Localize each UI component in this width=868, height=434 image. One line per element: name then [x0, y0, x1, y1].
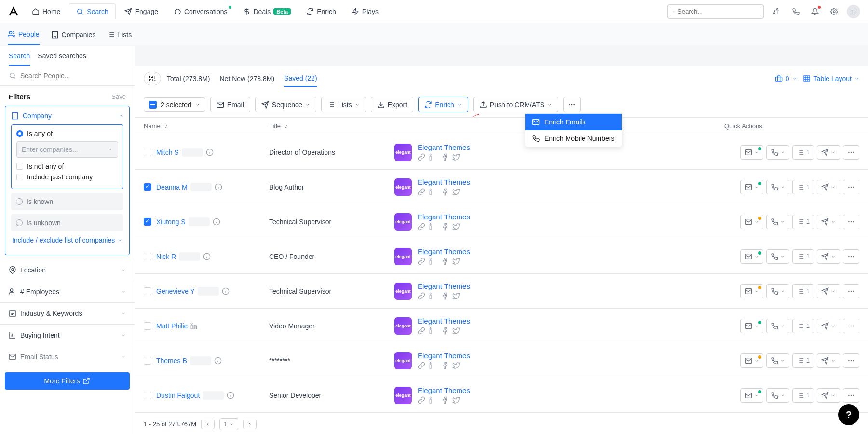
- subnav-companies[interactable]: Companies: [51, 25, 96, 44]
- nav-engage[interactable]: Engage: [118, 4, 165, 19]
- row-checkbox[interactable]: [144, 357, 151, 365]
- qa-email-button[interactable]: [740, 145, 763, 160]
- info-icon[interactable]: [215, 183, 222, 191]
- row-checkbox[interactable]: [144, 253, 151, 260]
- qa-send-button[interactable]: [817, 353, 840, 368]
- qa-send-button[interactable]: [817, 249, 840, 264]
- sidebar-tab-search[interactable]: Search: [9, 52, 30, 66]
- qa-email-button[interactable]: [740, 319, 763, 333]
- qa-send-button[interactable]: [817, 284, 840, 298]
- include-exclude-link[interactable]: Include / exclude list of companies: [11, 231, 123, 249]
- help-button[interactable]: ?: [838, 404, 859, 425]
- filter-location[interactable]: Location: [0, 259, 135, 281]
- link-icon[interactable]: [418, 396, 425, 404]
- seg-net-new[interactable]: Net New (273.8M): [219, 71, 274, 86]
- company-link[interactable]: Elegant Themes: [418, 352, 470, 360]
- qa-send-button[interactable]: [817, 319, 840, 333]
- info-icon[interactable]: [206, 149, 214, 156]
- sequence-button[interactable]: Sequence: [255, 97, 316, 112]
- avatar[interactable]: TF: [847, 5, 860, 18]
- info-icon[interactable]: [203, 253, 211, 260]
- person-name-link[interactable]: Nick R: [156, 253, 176, 260]
- qa-phone-button[interactable]: [766, 215, 789, 229]
- qa-send-button[interactable]: [817, 388, 840, 403]
- company-link[interactable]: Elegant Themes: [418, 143, 470, 151]
- push-crm-button[interactable]: Push to CRM/ATS: [473, 97, 558, 112]
- qa-more-button[interactable]: [843, 284, 859, 298]
- info-icon[interactable]: [227, 392, 234, 399]
- qa-list-button[interactable]: 1: [792, 249, 814, 264]
- linkedin-icon[interactable]: [429, 396, 437, 404]
- person-name-link[interactable]: Deanna M: [156, 183, 188, 191]
- enrich-button[interactable]: Enrich: [418, 97, 468, 112]
- link-icon[interactable]: [418, 327, 425, 335]
- link-icon[interactable]: [418, 362, 425, 369]
- radio-is-any-of[interactable]: Is any of: [16, 130, 118, 137]
- nav-home[interactable]: Home: [25, 4, 67, 19]
- linkedin-icon[interactable]: [429, 362, 437, 369]
- qa-list-button[interactable]: 1: [792, 353, 814, 368]
- twitter-icon[interactable]: [452, 258, 460, 265]
- nav-search[interactable]: Search: [69, 3, 115, 19]
- qa-phone-button[interactable]: [766, 319, 789, 333]
- qa-email-button[interactable]: [740, 180, 763, 194]
- person-name-link[interactable]: Dustin Falgout: [156, 392, 200, 399]
- check-is-not-any-of[interactable]: Is not any of: [16, 163, 118, 170]
- info-icon[interactable]: [213, 218, 220, 226]
- qa-email-button[interactable]: [740, 215, 763, 229]
- nav-deals[interactable]: DealsBeta: [236, 4, 298, 19]
- qa-more-button[interactable]: [843, 319, 859, 333]
- qa-email-button[interactable]: [740, 284, 763, 298]
- nav-plays[interactable]: Plays: [345, 4, 385, 19]
- next-page-button[interactable]: [243, 420, 257, 429]
- qa-list-button[interactable]: 1: [792, 284, 814, 298]
- qa-list-button[interactable]: 1: [792, 180, 814, 194]
- row-checkbox[interactable]: [144, 149, 151, 156]
- qa-more-button[interactable]: [843, 353, 859, 368]
- nav-enrich[interactable]: Enrich: [299, 4, 343, 19]
- qa-phone-button[interactable]: [766, 180, 789, 194]
- extension-icon[interactable]: [770, 5, 783, 18]
- selection-chip[interactable]: 2 selected: [144, 97, 205, 112]
- link-icon[interactable]: [418, 258, 425, 265]
- global-search[interactable]: [667, 4, 764, 19]
- link-icon[interactable]: [418, 188, 425, 196]
- qa-send-button[interactable]: [817, 215, 840, 229]
- gear-icon[interactable]: [827, 5, 841, 18]
- company-input[interactable]: Enter companies...: [16, 141, 118, 158]
- enrich-mobile-item[interactable]: Enrich Mobile Numbers: [525, 130, 622, 147]
- facebook-icon[interactable]: [441, 396, 448, 404]
- link-icon[interactable]: [418, 153, 425, 161]
- qa-phone-button[interactable]: [766, 284, 789, 298]
- qa-more-button[interactable]: [843, 180, 859, 194]
- briefcase-count[interactable]: 0: [775, 75, 797, 82]
- lists-button[interactable]: Lists: [321, 97, 366, 112]
- facebook-icon[interactable]: [441, 223, 448, 231]
- qa-more-button[interactable]: [843, 145, 859, 160]
- info-icon[interactable]: [222, 287, 230, 295]
- facebook-icon[interactable]: [441, 362, 448, 369]
- subnav-lists[interactable]: Lists: [107, 25, 132, 44]
- linkedin-icon[interactable]: [429, 153, 437, 161]
- facebook-icon[interactable]: [441, 153, 448, 161]
- linkedin-icon[interactable]: [429, 188, 437, 196]
- check-include-past[interactable]: Include past company: [16, 173, 118, 181]
- info-icon[interactable]: [214, 357, 222, 365]
- row-checkbox[interactable]: [144, 392, 151, 399]
- qa-more-button[interactable]: [843, 249, 859, 264]
- person-name-link[interactable]: Matt Philie: [156, 322, 188, 330]
- twitter-icon[interactable]: [452, 292, 460, 300]
- facebook-icon[interactable]: [441, 188, 448, 196]
- company-link[interactable]: Elegant Themes: [418, 386, 470, 394]
- qa-email-button[interactable]: [740, 353, 763, 368]
- option-is-known[interactable]: Is known: [11, 193, 123, 210]
- qa-phone-button[interactable]: [766, 388, 789, 403]
- qa-phone-button[interactable]: [766, 249, 789, 264]
- qa-list-button[interactable]: 1: [792, 319, 814, 333]
- linkedin-icon[interactable]: [429, 292, 437, 300]
- subnav-people[interactable]: People: [8, 25, 40, 45]
- sort-icon[interactable]: [163, 124, 168, 129]
- twitter-icon[interactable]: [452, 362, 460, 369]
- twitter-icon[interactable]: [452, 153, 460, 161]
- person-name-link[interactable]: Genevieve Y: [156, 287, 195, 295]
